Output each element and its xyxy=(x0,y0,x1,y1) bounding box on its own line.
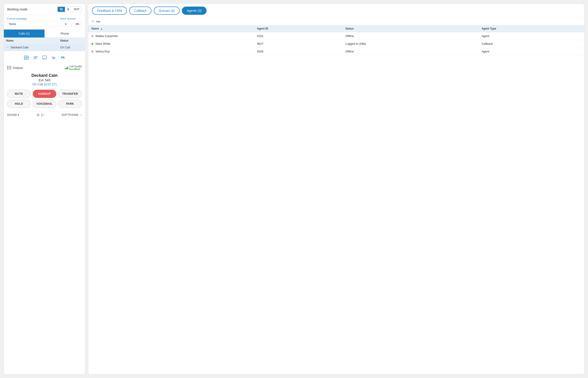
mute-button[interactable]: MUTE xyxy=(7,90,31,98)
search-input[interactable] xyxy=(96,20,581,23)
hangup-button[interactable]: HANGUP xyxy=(33,90,56,98)
calls-table-header: Name Status xyxy=(4,38,85,44)
svg-rect-7 xyxy=(42,56,47,59)
caller-ext: Ext: 545 xyxy=(7,78,82,82)
action-row-2: HOLD VOICEMAIL PARK xyxy=(7,100,82,108)
agent-name-cell: Malika Carpenter xyxy=(88,32,254,40)
working-mode-header: Working mode IN B OUT xyxy=(4,4,85,15)
softphone-toggle[interactable]: SOFTPHONE ↔ xyxy=(62,113,82,117)
sound-row: SOUND ▾ ⊙ ▷ SOFTPHONE ↔ xyxy=(7,111,82,117)
audio-settings-icon[interactable] xyxy=(51,55,56,61)
hold-button[interactable]: HOLD xyxy=(7,100,31,108)
agent-id-cell: 5005 xyxy=(254,48,342,55)
svg-point-15 xyxy=(63,56,64,58)
online-status-dot xyxy=(91,43,93,45)
table-row[interactable]: Mark White 9027 Logged In (Idle) Callbac… xyxy=(88,40,584,48)
svg-point-1 xyxy=(26,57,26,58)
agent-name-cell: Mark White xyxy=(88,40,254,48)
table-row[interactable]: Malika Carpenter 5101 Offline Agent xyxy=(88,32,584,40)
voicemail-button[interactable]: VOICEMAIL xyxy=(33,100,56,108)
feedback-crm-tab[interactable]: Feedback & CRM xyxy=(92,7,127,15)
queues-label: Voice Queues xyxy=(60,17,82,20)
phone-icons-row xyxy=(7,54,82,61)
chat-icon[interactable] xyxy=(42,55,47,61)
chevron-down-icon: ▾ xyxy=(18,113,19,117)
col-header-name[interactable]: Name ▲ xyxy=(88,25,254,32)
calls-tab[interactable]: Calls (1) xyxy=(4,29,44,38)
add-contact-icon[interactable] xyxy=(33,55,38,61)
group-transfer-icon[interactable] xyxy=(60,55,65,61)
phone-tab[interactable]: Phone xyxy=(44,29,85,38)
col-header-agent-id: Agent ID xyxy=(254,25,342,32)
park-button[interactable]: PARK xyxy=(58,100,82,108)
play-button[interactable]: ▷ xyxy=(41,113,44,117)
empty-area xyxy=(88,55,584,374)
dialpad-text: Dialpad xyxy=(13,66,23,69)
sound-label-text: SOUND xyxy=(7,113,17,117)
signal-bars-icon xyxy=(65,66,68,69)
svg-point-4 xyxy=(34,56,36,58)
agents-search-bar: ✕ xyxy=(88,18,584,25)
campaign-queues-row: Current campaign None Voice Queues 4 HK xyxy=(4,15,85,29)
calls-col-status-header: Status xyxy=(60,39,83,42)
campaign-label: Current campaign xyxy=(7,17,58,20)
mode-out-button[interactable]: OUT xyxy=(72,7,82,12)
working-mode-title: Working mode xyxy=(7,8,55,11)
table-row[interactable]: ← Deckard Cain On Call xyxy=(4,44,85,51)
calls-phone-tabs: Calls (1) Phone xyxy=(4,29,85,38)
calls-table: Name Status ← Deckard Cain On Call xyxy=(4,38,85,51)
quality-value: Excellent xyxy=(69,68,82,70)
calls-row-status: On Call xyxy=(60,46,83,49)
agents-tab[interactable]: Agents (3) xyxy=(182,7,207,15)
sound-toggle[interactable]: SOUND ▾ xyxy=(7,113,19,117)
dialpad-label[interactable]: Dialpad xyxy=(7,66,23,69)
queues-section: Voice Queues 4 HK xyxy=(60,17,82,27)
calls-row-name: ← Deckard Cain xyxy=(6,45,60,49)
dialpad-dots-icon xyxy=(7,66,11,69)
col-header-status: Status xyxy=(342,25,478,32)
agent-name-cell: Velma Roy xyxy=(88,48,254,55)
offline-status-dot xyxy=(91,35,93,37)
top-nav: Feedback & CRM Callback Queues (4) Agent… xyxy=(88,4,584,18)
queues-value: 4 xyxy=(60,21,72,27)
action-buttons: MUTE HANGUP TRANSFER HOLD VOICEMAIL PARK xyxy=(7,90,82,108)
left-panel: Working mode IN B OUT Current campaign N… xyxy=(4,4,85,374)
caller-info: Deckard Cain Ext: 545 On Call (0:07:27) xyxy=(7,73,82,86)
sort-arrow-icon: ▲ xyxy=(100,27,103,30)
transfer-button[interactable]: TRANSFER xyxy=(58,90,82,98)
right-panel: Feedback & CRM Callback Queues (4) Agent… xyxy=(88,4,584,374)
call-timer: On Call (0:07:27) xyxy=(7,82,82,86)
agent-id-cell: 9027 xyxy=(254,40,342,48)
quality-label: Call Quality xyxy=(69,65,82,68)
record-button[interactable]: ⊙ xyxy=(37,113,39,117)
back-arrow-icon: ← xyxy=(6,45,9,49)
call-quality: Call Quality Excellent xyxy=(65,65,82,70)
clear-search-icon[interactable]: ✕ xyxy=(91,20,94,23)
caller-name: Deckard Cain xyxy=(7,73,82,78)
agent-id-cell: 5101 xyxy=(254,32,342,40)
campaign-value: None xyxy=(7,21,58,27)
contact-card-icon[interactable] xyxy=(24,55,29,61)
svg-point-14 xyxy=(61,56,63,58)
agent-type-cell: Callback xyxy=(478,40,584,48)
agent-status-cell: Logged In (Idle) xyxy=(342,40,478,48)
agent-type-cell: Agent xyxy=(478,48,584,55)
mode-b-button[interactable]: B xyxy=(65,7,72,12)
queues-tab[interactable]: Queues (4) xyxy=(154,7,180,15)
dialpad-quality-row: Dialpad Call Quality Excellent xyxy=(7,65,82,70)
agent-status-cell: Offline xyxy=(342,32,478,40)
play-controls: ⊙ ▷ xyxy=(37,113,44,117)
mode-in-button[interactable]: IN xyxy=(58,7,65,12)
callback-tab[interactable]: Callback xyxy=(129,7,151,15)
agents-table: Name ▲ Agent ID Status Agent Type Malika… xyxy=(88,25,584,55)
offline-status-dot xyxy=(91,51,93,53)
campaign-section: Current campaign None xyxy=(7,17,58,27)
action-row-1: MUTE HANGUP TRANSFER xyxy=(7,90,82,98)
calls-col-name-header: Name xyxy=(6,39,60,42)
agents-table-header-row: Name ▲ Agent ID Status Agent Type xyxy=(88,25,584,32)
table-row[interactable]: Velma Roy 5005 Offline Agent xyxy=(88,48,584,55)
phone-area: Dialpad Call Quality Excellent xyxy=(4,51,85,374)
hk-badge: HK xyxy=(73,21,82,27)
col-header-agent-type: Agent Type xyxy=(478,25,584,32)
mode-btn-group: IN B OUT xyxy=(57,7,82,12)
